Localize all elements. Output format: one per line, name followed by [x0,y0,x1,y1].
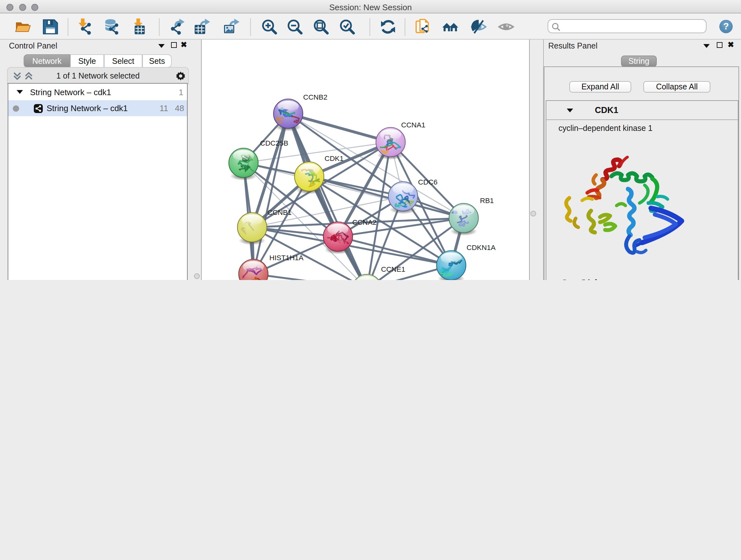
svg-text:HIST1H1A: HIST1H1A [269,254,304,262]
svg-text:CCNB1: CCNB1 [267,208,292,216]
svg-text:CDC25B: CDC25B [260,139,288,147]
svg-text:CDKN1A: CDKN1A [467,244,495,252]
svg-text:CDK1: CDK1 [325,154,344,163]
svg-text:CCNA2: CCNA2 [352,219,377,226]
svg-text:CCNA1: CCNA1 [401,121,425,129]
svg-text:CDC6: CDC6 [418,178,437,186]
svg-text:CCNE1: CCNE1 [381,265,405,273]
svg-text:RB1: RB1 [480,197,494,205]
svg-text:CCNB2: CCNB2 [303,93,327,101]
